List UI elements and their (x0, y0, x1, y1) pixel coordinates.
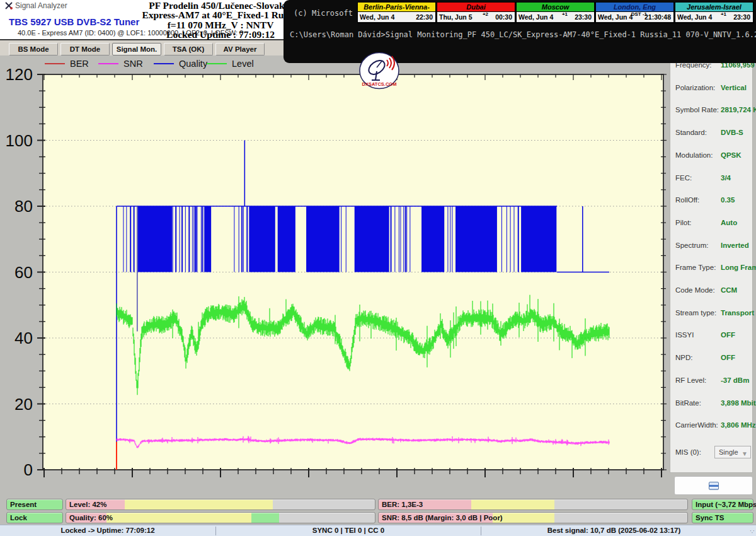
indicator-label: Lock (7, 514, 27, 521)
param-row-symbol-rate-: Symbol Rate:2819,724 KS/s (670, 106, 752, 116)
signal-chart: 020406080100120 (5, 55, 667, 497)
param-label: Spectrum: (675, 242, 708, 249)
param-label: ISSYI (675, 331, 694, 339)
clock-offset: +2 (483, 11, 488, 17)
clock-date: Wed, Jun 4 (360, 13, 394, 21)
param-row-frame-type-: Frame Type:Long Frame (670, 264, 752, 274)
param-value: OFF (721, 354, 735, 361)
indicator-bar-syncts: Sync TS (692, 512, 753, 523)
indicator-label: Level: 42% (66, 501, 106, 508)
indicator-bar-input: Input (~3,72 Mbps) (692, 499, 753, 510)
clock-datetime: Wed, Jun 4DST -121:30:48 (596, 12, 673, 22)
param-value: Auto (721, 219, 737, 226)
param-label: Frame Type: (675, 264, 716, 271)
clock-datetime: Wed, Jun 4+123:30 (517, 12, 594, 22)
param-value: 0.35 (721, 196, 735, 204)
param-value: 3,898 Mbit/s (721, 399, 756, 407)
indicator-bar-quality: Quality: 60% (66, 512, 375, 523)
signal-chart-area: 020406080100120 (5, 55, 667, 497)
clock-time: 00:30 (495, 13, 512, 21)
param-value: Inverted (721, 242, 749, 249)
param-label: FEC: (675, 174, 692, 182)
param-label: RF Level: (675, 376, 706, 384)
param-value: QPSK (721, 151, 742, 159)
param-value: DVB-S (721, 129, 743, 136)
indicator-bar-ber: BER: 1,3E-3 (378, 499, 688, 510)
indicator-label: BER: 1,3E-3 (379, 501, 423, 508)
param-value: Long Frame (721, 264, 756, 271)
param-row-stream-type-: Stream type:Transport (670, 309, 752, 319)
param-label: Modulation: (675, 151, 713, 159)
tab-tsa-ok-[interactable]: TSA (OK) (164, 43, 213, 55)
clock-date: Wed, Jun 4 (598, 13, 633, 21)
param-value: 3/4 (721, 174, 731, 182)
clock-date: Wed, Jun 4 (518, 13, 553, 21)
mis-value: Single (719, 448, 738, 456)
param-row-pilot-: Pilot:Auto (670, 219, 752, 229)
param-value: 2819,724 KS/s (721, 106, 756, 114)
legend-label: Level (232, 59, 254, 69)
param-row-bitrate-: BitRate:3,898 Mbit/s (670, 399, 752, 409)
legend-label: Quality (179, 59, 207, 69)
clock-date: Thu, Jun 5 (439, 13, 472, 21)
indicator-bar-present: Present (6, 499, 63, 510)
param-label: Symbol Rate: (675, 106, 719, 114)
clock-time: 23:30 (575, 13, 592, 21)
svg-text:40: 40 (14, 329, 33, 347)
param-label: NPD: (675, 354, 692, 361)
clock-city-label: Dubai (437, 3, 515, 12)
mis-label: MIS (0): (675, 448, 701, 456)
status-best-signal: Best signal: 10,7 dB (2025-06-02 13:17) (481, 527, 747, 534)
clock-city-label: Moscow (517, 3, 594, 12)
clock-offset: +1 (721, 11, 726, 17)
indicator-label: SNR: 8,5 dB (Margin: 3,0 dB | Poor) (379, 514, 503, 521)
legend-line-sample (45, 63, 65, 64)
param-label: Polarization: (675, 84, 715, 91)
indicator-bar-snr: SNR: 8,5 dB (Margin: 3,0 dB | Poor) (378, 512, 688, 523)
svg-text:80: 80 (14, 197, 33, 216)
tab-bs-mode[interactable]: BS Mode (9, 43, 58, 55)
param-label: RollOff: (675, 196, 699, 204)
param-row-spectrum-: Spectrum:Inverted (670, 242, 752, 252)
clock-datetime: Wed, Jun 422:30 (358, 12, 435, 22)
svg-text:0: 0 (24, 460, 33, 479)
legend-label: SNR (123, 59, 143, 69)
param-row-rf-level-: RF Level:-37 dBm (670, 376, 752, 387)
legend-line-sample (98, 63, 118, 64)
chevron-down-icon: ▼ (742, 448, 748, 460)
world-clocks: Berlin-Paris-Vienna-RomaWed, Jun 422:30D… (357, 2, 754, 23)
status-uptime: Locked -> Uptime: 77:09:12 (0, 527, 215, 534)
legend-line-sample (154, 63, 174, 64)
clock-jerusalem-israel: Jerusalem-IsraelWed, Jun 4+123:30 (675, 2, 754, 23)
clock-city-label: London, Eng (596, 3, 673, 12)
param-value: 3,806 MHz (721, 421, 756, 429)
clock-time: 23:30 (733, 13, 750, 21)
window-title: Signal Analyzer (15, 1, 67, 10)
param-row-modulation-: Modulation:QPSK (670, 151, 752, 161)
param-label: Stream type: (675, 309, 716, 317)
indicator-bar-level: Level: 42% (66, 499, 375, 510)
transport-list-button[interactable] (674, 476, 753, 495)
param-row-fec-: FEC:3/4 (670, 174, 752, 184)
app-icon (4, 1, 13, 10)
console-copyright-line: (c) Microsoft Co (294, 9, 367, 18)
tab-dt-mode[interactable]: DT Mode (60, 43, 110, 55)
param-value: Transport (721, 309, 754, 317)
clock-dubai: DubaiThu, Jun 5+200:30 (437, 2, 516, 23)
tab-av-player[interactable]: AV Player (215, 43, 265, 55)
clock-date: Wed, Jun 4 (677, 13, 712, 21)
clock-city-label: Jerusalem-Israel (675, 3, 753, 12)
tab-signal-mon-[interactable]: Signal Mon. (112, 43, 161, 55)
console-command-line: C:\Users\Roman Dávid>Signal Monitoring_P… (290, 30, 756, 39)
resize-grip[interactable]: ⸪ (750, 528, 755, 535)
mis-select[interactable]: Single ▼ (714, 446, 751, 458)
param-row-standard-: Standard:DVB-S (670, 129, 752, 139)
indicator-label: Input (~3,72 Mbps) (692, 501, 756, 508)
indicator-bar-lock: Lock (6, 512, 63, 523)
param-row-issyi: ISSYIOFF (670, 331, 752, 341)
clock-time: 21:30:48 (644, 13, 671, 21)
svg-text:20: 20 (14, 395, 33, 414)
indicator-label: Quality: 60% (66, 514, 113, 521)
param-label: Pilot: (675, 219, 692, 226)
list-icon (709, 482, 719, 490)
